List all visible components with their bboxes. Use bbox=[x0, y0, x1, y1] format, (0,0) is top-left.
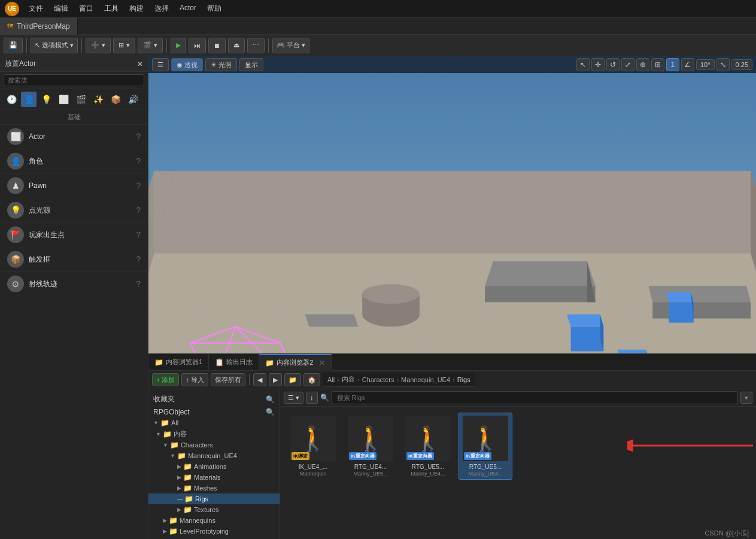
menu-window[interactable]: 窗口 bbox=[74, 2, 98, 15]
tab-content2[interactable]: 📁 内容浏览器2 ✕ bbox=[259, 354, 332, 371]
tree-item-mannequin-ue4[interactable]: ▼ 📁 Mannequin_UE4 bbox=[148, 450, 280, 461]
filter-sort-btn[interactable]: ☰ ▾ bbox=[284, 392, 303, 404]
cat-basic[interactable]: 👤 bbox=[21, 92, 37, 107]
tree-item-materials[interactable]: ▶ 📁 Materials bbox=[148, 472, 280, 483]
save-all-btn[interactable]: 保存所有 bbox=[211, 373, 245, 386]
bc-mannequin[interactable]: Mannequin_UE4 bbox=[401, 376, 450, 383]
tree-item-content[interactable]: ▼ 📁 内容 bbox=[148, 428, 280, 440]
rig-figure-icon-0: 🚶 bbox=[298, 425, 328, 453]
vp-hamburger-btn[interactable]: ☰ bbox=[152, 58, 169, 71]
cat-audio[interactable]: 🔊 bbox=[125, 92, 141, 107]
actor-item-actor[interactable]: ⬜ Actor ? bbox=[0, 125, 148, 149]
actor-help-1[interactable]: ? bbox=[136, 156, 141, 166]
cat-shapes[interactable]: ⬜ bbox=[56, 92, 71, 107]
vp-scale-tool[interactable]: ⤢ bbox=[621, 58, 634, 71]
tree-item-characters[interactable]: ▼ 📁 Characters bbox=[148, 440, 280, 450]
cinematic-btn[interactable]: 🎬 ▾ bbox=[138, 38, 163, 53]
vp-lit-btn[interactable]: ☀ 光照 bbox=[205, 58, 237, 71]
asset-item-rtg3[interactable]: 🚶 IK重定向器 RTG_UE5... Manny_UE4... bbox=[459, 413, 512, 480]
add-actor-btn[interactable]: ➕ ▾ bbox=[86, 38, 111, 53]
actor-help-5[interactable]: ? bbox=[136, 255, 141, 264]
tree-item-mannequins[interactable]: ▶ 📁 Mannequins bbox=[148, 515, 280, 526]
rpg-search-icon[interactable]: 🔍 bbox=[266, 408, 275, 416]
asset-item-ik1[interactable]: 🚶 IK绑定 IK_UE4_... Manneqüin bbox=[286, 413, 340, 480]
cat-cinematic[interactable]: 🎬 bbox=[73, 92, 89, 107]
menu-tools[interactable]: 工具 bbox=[99, 2, 123, 15]
actor-help-0[interactable]: ? bbox=[136, 132, 141, 141]
tab-content1[interactable]: 📁 内容浏览器1 bbox=[148, 354, 209, 371]
nav-folder-btn[interactable]: 📁 bbox=[284, 373, 301, 386]
bc-content[interactable]: 内容 bbox=[342, 375, 355, 384]
actor-help-6[interactable]: ? bbox=[136, 279, 141, 289]
vp-grid-toggle[interactable]: 1 bbox=[666, 58, 679, 71]
cat-recent[interactable]: 🕐 bbox=[4, 92, 19, 107]
tree-item-all[interactable]: ▼ 📁 All bbox=[148, 417, 280, 428]
asset-item-rtg2[interactable]: 🚶 IK重定向器 RTG_UE5... Manny_UE4... bbox=[401, 413, 455, 480]
actor-help-4[interactable]: ? bbox=[136, 230, 141, 240]
main-toolbar: 💾 ↖ 选项模式 ▾ ➕ ▾ ⊞ ▾ 🎬 ▾ ▶ ⏭ ⏹ ⏏ ⋯ 🎮 平台 ▾ bbox=[0, 35, 756, 56]
menu-build[interactable]: 构建 bbox=[125, 2, 148, 15]
tree-item-levelprototyping[interactable]: ▶ 📁 LevelPrototyping bbox=[148, 526, 280, 537]
platform-btn[interactable]: 🎮 平台 ▾ bbox=[272, 38, 309, 53]
map-tab[interactable]: 🗺 ThirdPersonMap bbox=[0, 18, 78, 35]
search-class-input[interactable] bbox=[4, 74, 144, 86]
cat-effects[interactable]: ✨ bbox=[90, 92, 106, 107]
vp-snap-tool[interactable]: ⊞ bbox=[651, 58, 664, 71]
vp-translate-tool[interactable]: ✛ bbox=[591, 58, 605, 71]
vp-select-tool[interactable]: ↖ bbox=[576, 58, 590, 71]
search-assets-input[interactable] bbox=[332, 391, 739, 404]
play-btn[interactable]: ▶ bbox=[171, 38, 186, 53]
tree-item-textures[interactable]: ▶ 📁 Textures bbox=[148, 504, 280, 515]
vp-show-btn[interactable]: 显示 bbox=[239, 58, 263, 71]
cat-light[interactable]: 💡 bbox=[38, 92, 54, 107]
menu-help[interactable]: 帮助 bbox=[202, 2, 226, 15]
bc-all[interactable]: All bbox=[327, 376, 335, 383]
actor-label-pawn: Pawn bbox=[29, 181, 47, 190]
place-actor-close[interactable]: ✕ bbox=[137, 60, 143, 68]
nav-fwd-btn[interactable]: ▶ bbox=[269, 373, 282, 386]
viewport[interactable]: ☰ ◉ 透视 ☀ 光照 显示 ↖ ✛ ↺ ⤢ ⊕ ⊞ 1 bbox=[148, 56, 756, 539]
tree-item-meshes[interactable]: ▶ 📁 Meshes bbox=[148, 483, 280, 493]
bc-characters[interactable]: Characters bbox=[362, 376, 394, 383]
actor-help-3[interactable]: ? bbox=[136, 205, 141, 215]
filter-dropdown-btn[interactable]: ▾ bbox=[740, 392, 752, 404]
collections-search-icon[interactable]: 🔍 bbox=[266, 395, 275, 404]
nav-home-btn[interactable]: 🏠 bbox=[303, 373, 320, 386]
menu-edit[interactable]: 编辑 bbox=[49, 2, 73, 15]
vp-persp-btn[interactable]: ◉ 透视 bbox=[171, 58, 203, 71]
import-btn[interactable]: ↑ 导入 bbox=[181, 373, 208, 386]
add-icon: ➕ bbox=[91, 41, 99, 49]
stop-btn[interactable]: ⏹ bbox=[208, 38, 226, 53]
asset-item-rtg1[interactable]: 🚶 IK重定向器 RTG_UE4... Manny_UE5... bbox=[344, 413, 397, 480]
content2-close[interactable]: ✕ bbox=[319, 359, 325, 367]
grid-btn[interactable]: ⊞ ▾ bbox=[113, 38, 135, 53]
menu-actor[interactable]: Actor bbox=[175, 2, 201, 15]
toolbar-sep-3 bbox=[166, 38, 167, 53]
actor-item-ray[interactable]: ⊙ 射线轨迹 ? bbox=[0, 272, 148, 296]
select-mode-btn[interactable]: ↖ 选项模式 ▾ bbox=[31, 38, 78, 53]
actor-item-light[interactable]: 💡 点光源 ? bbox=[0, 198, 148, 223]
eject-btn[interactable]: ⏏ bbox=[228, 38, 245, 53]
actor-item-spawn[interactable]: 🚩 玩家出生点 ? bbox=[0, 223, 148, 247]
play-icon: ▶ bbox=[176, 41, 181, 49]
tree-item-animations[interactable]: ▶ 📁 Animations bbox=[148, 461, 280, 472]
save-btn[interactable]: 💾 bbox=[4, 38, 23, 53]
play-next-btn[interactable]: ⏭ bbox=[189, 38, 206, 53]
actor-item-pawn[interactable]: ♟ Pawn ? bbox=[0, 174, 148, 198]
actor-item-trigger[interactable]: 📦 触发框 ? bbox=[0, 247, 148, 272]
actor-item-role[interactable]: 👤 角色 ? bbox=[0, 149, 148, 174]
menu-file[interactable]: 文件 bbox=[24, 2, 48, 15]
cat-volumes[interactable]: 📦 bbox=[108, 92, 123, 107]
vp-world-tool[interactable]: ⊕ bbox=[636, 58, 649, 71]
tree-item-rigs[interactable]: — 📁 Rigs bbox=[148, 493, 280, 504]
actor-help-2[interactable]: ? bbox=[136, 181, 141, 190]
map-icon: 🗺 bbox=[7, 23, 13, 29]
add-btn[interactable]: + 添加 bbox=[152, 373, 179, 386]
more-play-btn[interactable]: ⋯ bbox=[247, 38, 265, 53]
filter-order-btn[interactable]: ↕ bbox=[306, 392, 318, 404]
menu-select[interactable]: 选择 bbox=[150, 2, 174, 15]
tab-output[interactable]: 📋 输出日志 bbox=[209, 354, 259, 371]
nav-back-btn[interactable]: ◀ bbox=[253, 373, 266, 386]
menu-bar[interactable]: 文件 编辑 窗口 工具 构建 选择 Actor 帮助 bbox=[24, 2, 226, 15]
vp-rotate-tool[interactable]: ↺ bbox=[606, 58, 620, 71]
